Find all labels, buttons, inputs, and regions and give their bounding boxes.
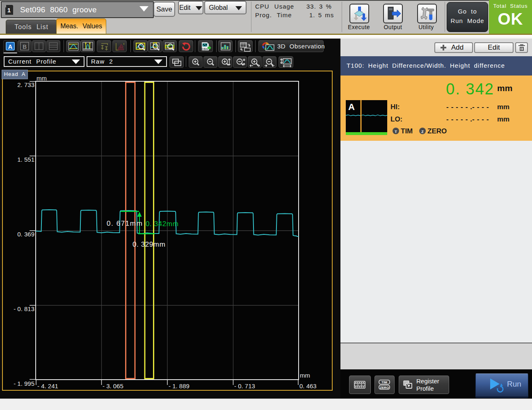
svg-text:- 1. 995: - 1. 995 <box>14 380 34 387</box>
svg-text:TIM: TIM <box>401 127 413 135</box>
svg-text:Z: Z <box>421 130 424 134</box>
svg-text:ZERO: ZERO <box>427 127 447 135</box>
svg-text:- 0. 813: - 0. 813 <box>14 305 34 312</box>
svg-text:0. 342mm: 0. 342mm <box>146 220 178 228</box>
svg-text:- 3. 065: - 3. 065 <box>103 383 123 389</box>
svg-text:T: T <box>395 130 397 134</box>
svg-text:- 4. 241: - 4. 241 <box>37 383 58 389</box>
svg-text:mm: mm <box>300 372 310 379</box>
svg-text:CSV: CSV <box>201 47 208 51</box>
svg-text:mm: mm <box>37 75 47 82</box>
svg-text:0. 463: 0. 463 <box>299 383 317 389</box>
svg-text:0. 369: 0. 369 <box>17 231 34 238</box>
svg-text:1: 1 <box>7 7 11 14</box>
svg-text:0. 671mm: 0. 671mm <box>107 220 143 227</box>
svg-text:1. 551: 1. 551 <box>17 156 34 163</box>
svg-text:A: A <box>8 43 13 50</box>
svg-text:- 0. 713: - 0. 713 <box>234 383 255 389</box>
svg-text:A: A <box>348 102 355 112</box>
svg-text:B: B <box>23 44 27 50</box>
svg-text:ZERO: ZERO <box>380 386 389 389</box>
svg-text:2. 733: 2. 733 <box>17 81 34 88</box>
svg-text:- 1. 889: - 1. 889 <box>169 383 190 389</box>
svg-text:TIM: TIM <box>381 380 387 384</box>
svg-text:0. 329mm: 0. 329mm <box>132 241 165 248</box>
